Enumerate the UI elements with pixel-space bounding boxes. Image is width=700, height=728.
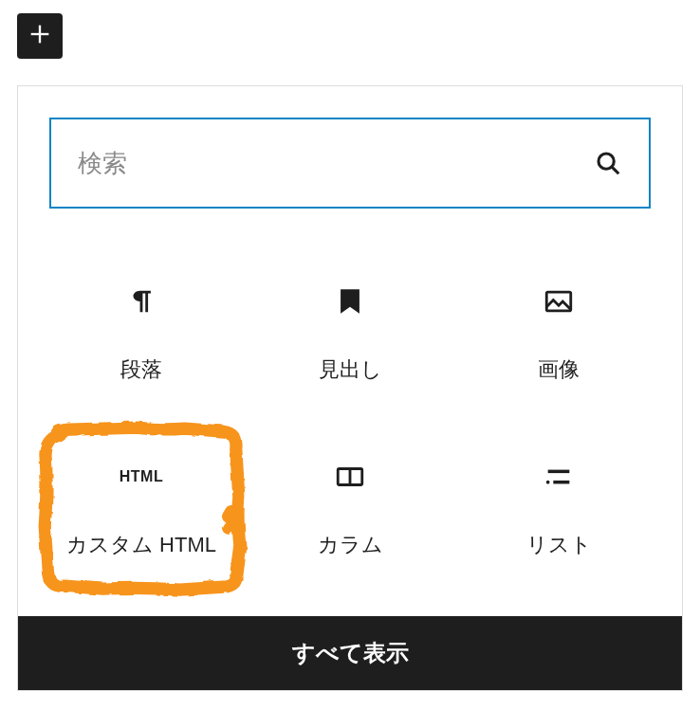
block-label: 画像	[538, 355, 580, 384]
html-icon: HTML	[125, 461, 157, 493]
block-label: 段落	[120, 355, 162, 384]
block-label: リスト	[526, 531, 592, 559]
bookmark-icon	[334, 285, 366, 318]
block-columns[interactable]: カラム	[246, 422, 454, 597]
svg-line-3	[612, 167, 618, 173]
add-block-button[interactable]	[17, 13, 63, 59]
block-custom-html[interactable]: HTML カスタム HTML	[37, 422, 246, 597]
block-label: カスタム HTML	[66, 531, 216, 559]
plus-icon	[27, 21, 53, 51]
block-list[interactable]: リスト	[454, 422, 663, 597]
highlight-annotation	[35, 420, 248, 598]
columns-icon	[334, 461, 366, 493]
show-all-label: すべて表示	[292, 638, 409, 668]
blocks-grid: 段落 見出し 画像	[18, 228, 682, 616]
pilcrow-icon	[125, 285, 157, 318]
block-label: カラム	[318, 531, 383, 559]
svg-point-2	[599, 154, 614, 169]
list-icon	[543, 461, 575, 493]
block-heading[interactable]: 見出し	[246, 246, 454, 422]
block-inserter-panel: 段落 見出し 画像	[17, 85, 683, 691]
show-all-button[interactable]: すべて表示	[18, 616, 682, 690]
search-box[interactable]	[49, 118, 651, 209]
block-label: 見出し	[319, 355, 382, 384]
block-paragraph[interactable]: 段落	[37, 246, 246, 422]
search-container	[18, 86, 682, 228]
block-image[interactable]: 画像	[454, 246, 663, 422]
image-icon	[543, 285, 575, 318]
search-icon	[594, 149, 622, 177]
svg-point-9	[546, 480, 550, 483]
search-input[interactable]	[78, 149, 594, 178]
